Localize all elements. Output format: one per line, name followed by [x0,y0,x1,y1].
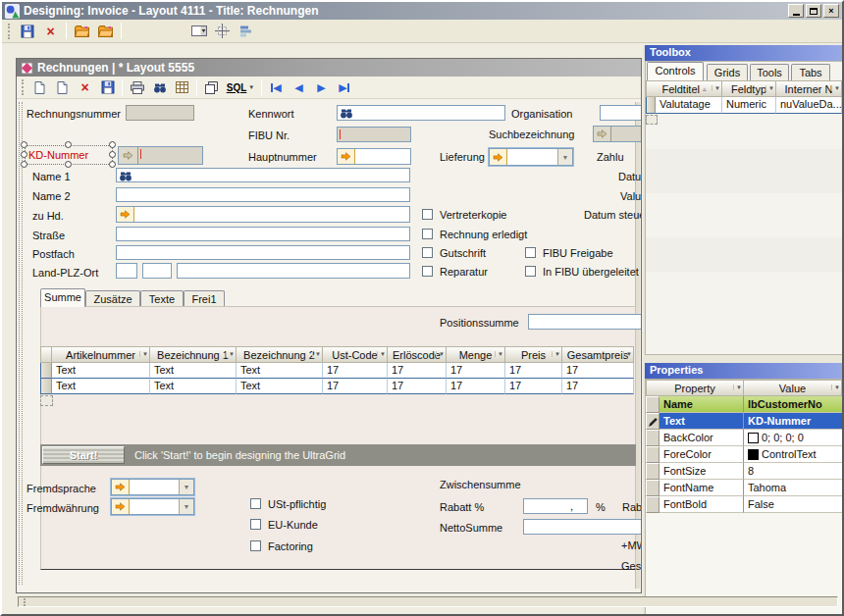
grid-header-gesamtpreis[interactable]: Gesamtpreis▼ [562,346,634,363]
toolbar-grip[interactable] [22,79,25,95]
grid-cell[interactable]: Text [52,363,150,379]
property-row-backcolor[interactable]: BackColor 0; 0; 0; 0 [646,430,842,446]
property-name-cell[interactable]: FontBold [659,496,744,513]
property-row-name[interactable]: Name lbCustomerNo [646,396,842,413]
input-nettosumme[interactable] [523,519,642,535]
toolbox-cell-feldtitel[interactable]: Valutatage [656,97,722,114]
grid-cell[interactable]: 17 [447,363,505,379]
checkbox-in-fibu[interactable] [525,266,536,277]
input-plz[interactable] [142,263,172,279]
property-name-cell[interactable]: Name [659,396,744,413]
property-value-cell[interactable]: False [744,496,842,513]
column-dropdown-icon[interactable]: ▼ [377,351,386,357]
selection-handle[interactable] [21,141,27,148]
lookup-arrow-icon[interactable] [117,207,134,222]
selection-handle[interactable] [109,161,116,168]
checkbox-rechnung-erledigt[interactable] [422,229,433,239]
checkbox-eu-kunde[interactable] [250,519,261,530]
input-strasse[interactable] [116,227,410,241]
lookup-arrow-icon[interactable] [112,499,130,514]
toolbox-tab-grids[interactable]: Grids [707,64,748,80]
grid-cell[interactable]: Text [150,379,237,394]
grid-cell[interactable]: 17 [388,363,447,379]
close-button[interactable]: × [823,4,839,18]
kd-nummer-text-area[interactable] [138,147,202,164]
toolbox-tab-tools[interactable]: Tools [750,64,789,80]
column-dropdown-icon[interactable]: ▼ [765,85,774,91]
lookup-arrow-icon[interactable] [594,127,611,141]
lookup-arrow-icon[interactable] [338,149,355,164]
selection-handle[interactable] [109,141,116,148]
property-value-cell[interactable]: KD-Nummer [744,413,842,430]
checkbox-factoring[interactable] [250,540,261,551]
input-fremdwaehrung[interactable]: ▼ [111,498,194,515]
input-postfach[interactable] [116,245,410,260]
properties-header-value[interactable]: Value▼ [744,380,842,396]
start-button[interactable]: Start! [42,446,125,464]
grid-cell[interactable]: Text [237,379,323,394]
property-value-cell[interactable]: 0; 0; 0; 0 [744,430,842,446]
grid-cell[interactable]: 17 [562,379,634,394]
column-dropdown-icon[interactable]: ▼ [139,351,148,357]
column-dropdown-icon[interactable]: ▼ [312,351,321,357]
lookup-arrow-icon[interactable] [119,147,138,164]
input-organisation[interactable] [600,105,642,121]
import-layout-button[interactable] [72,22,92,41]
column-dropdown-icon[interactable]: ▼ [495,351,503,357]
input-ort[interactable] [177,263,410,279]
fremdwaehrung-text-area[interactable] [130,499,179,514]
property-name-cell[interactable]: Text [659,413,744,430]
grid-cell[interactable]: 17 [323,379,388,394]
toolbox-header-feldtyp[interactable]: Feldtyp▼ [722,80,776,97]
toolbox-tab-controls[interactable]: Controls [647,62,704,80]
grid-header-preis[interactable]: Preis▼ [505,346,562,363]
grid-cell[interactable]: Text [150,363,237,379]
selection-handle[interactable] [65,141,72,148]
toolbox-new-row-stub[interactable] [646,115,658,125]
grid-header-erloescode[interactable]: Erlöscode▼ [388,346,447,363]
grid-header-artikelnummer[interactable]: Artikelnummer▼ [52,346,150,363]
checkbox-vertreterkopie[interactable] [422,209,433,220]
tab-frei1[interactable]: Frei1 [184,290,225,307]
property-row-text[interactable]: Text KD-Nummer [646,413,842,430]
toolbox-cell-feldtyp[interactable]: Numeric [722,97,776,114]
grid-cell[interactable]: Text [52,379,150,394]
input-suchbezeichnung[interactable] [593,126,642,142]
selection-handle[interactable] [21,151,27,158]
column-dropdown-icon[interactable]: ▼ [712,85,720,91]
row-selector[interactable] [646,446,659,463]
export-layout-button[interactable] [95,22,116,41]
checkbox-fibu-freigabe[interactable] [525,247,536,258]
property-name-cell[interactable]: FontName [659,480,744,496]
row-selector[interactable] [646,430,659,446]
grid-header-bezeichnung1[interactable]: Bezeichnung 1▼ [150,346,237,363]
input-fibu-nr[interactable] [337,127,411,142]
save-record-button[interactable] [97,77,118,97]
grid-view-button[interactable] [172,77,192,97]
search-button[interactable] [149,77,170,97]
nav-previous-button[interactable]: ◀ [289,77,309,97]
column-dropdown-icon[interactable]: ▼ [733,385,742,390]
selection-handle[interactable] [21,161,27,168]
delete-record-button[interactable]: × [75,77,95,97]
input-lieferung[interactable]: ▼ [489,148,573,166]
row-selector[interactable] [646,396,659,413]
input-hauptnummer[interactable] [337,148,411,165]
sql-button[interactable]: SQL ▼ [224,77,257,97]
property-name-cell[interactable]: FontSize [659,463,744,480]
align-grid-tool-button[interactable] [212,22,233,41]
grid-row-selector[interactable] [40,379,52,394]
input-zu-hd[interactable] [116,206,410,223]
nav-first-button[interactable]: ◀ [266,77,287,97]
grid-cell[interactable]: 17 [388,379,447,394]
dropdown-button[interactable]: ▼ [179,499,193,514]
splitter-grip[interactable] [24,598,26,606]
grid-header-ust-code[interactable]: Ust-Code▼ [323,346,388,363]
tab-summe[interactable]: Summe [40,288,85,307]
column-dropdown-icon[interactable]: ▼ [831,385,840,390]
maximize-button[interactable] [806,4,821,18]
grid-row-selector[interactable] [646,97,656,114]
toolbox-cell-interner-name[interactable]: nuValueDa... [776,97,842,114]
dropdown-button[interactable]: ▼ [179,480,193,494]
lieferung-text-area[interactable] [507,149,557,165]
